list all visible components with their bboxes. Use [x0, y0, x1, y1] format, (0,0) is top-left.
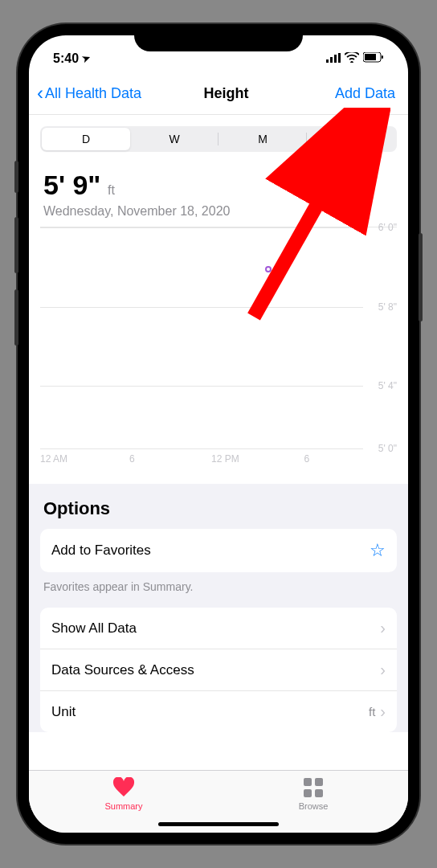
y-tick: 5' 0": [378, 443, 397, 454]
segment-month[interactable]: M: [218, 128, 307, 150]
reading-unit: ft: [108, 183, 115, 197]
cellular-icon: [326, 51, 341, 66]
unit-value: ft: [369, 705, 375, 719]
current-reading: 5' 9" ft Wednesday, November 18, 2020: [29, 160, 408, 222]
add-data-button[interactable]: Add Data: [335, 85, 395, 102]
back-button[interactable]: ‹ All Health Data: [37, 82, 141, 104]
page-title: Height: [204, 85, 249, 102]
x-tick: 12 PM: [211, 453, 239, 465]
tab-label: Summary: [104, 801, 142, 811]
grid-icon: [303, 777, 324, 800]
unit-row[interactable]: Unit ft›: [40, 691, 397, 732]
y-tick: 6' 0": [378, 222, 397, 233]
x-tick: 12 AM: [40, 453, 67, 465]
segment-year[interactable]: Y: [307, 128, 395, 150]
height-chart[interactable]: 6' 0" 5' 8" 5' 4" 5' 0" 12 AM 6 12 PM 6: [40, 227, 397, 468]
row-label: Unit: [51, 704, 76, 720]
location-icon: ➤: [80, 52, 92, 66]
svg-rect-0: [326, 59, 329, 63]
clock: 5:40: [53, 51, 79, 66]
svg-rect-7: [304, 778, 312, 786]
favorites-label: Add to Favorites: [51, 542, 151, 559]
add-to-favorites-row[interactable]: Add to Favorites ☆: [40, 529, 397, 572]
svg-rect-9: [304, 789, 312, 797]
y-tick: 5' 4": [378, 380, 397, 391]
home-indicator[interactable]: [158, 822, 279, 826]
x-tick: 6: [129, 453, 135, 465]
x-tick: 6: [304, 453, 310, 465]
svg-rect-8: [315, 778, 323, 786]
screen: 5:40 ➤ ‹ All Health Data Height: [29, 35, 408, 833]
wifi-icon: [345, 51, 359, 66]
show-all-data-row[interactable]: Show All Data ›: [40, 608, 397, 649]
svg-rect-10: [315, 789, 323, 797]
y-tick: 5' 8": [378, 301, 397, 313]
data-sources-row[interactable]: Data Sources & Access ›: [40, 649, 397, 691]
chevron-right-icon: ›: [380, 619, 386, 637]
svg-rect-3: [338, 53, 341, 63]
options-heading: Options: [40, 498, 397, 519]
phone-frame: 5:40 ➤ ‹ All Health Data Height: [18, 24, 419, 844]
svg-rect-5: [365, 54, 376, 60]
chevron-left-icon: ‹: [37, 82, 43, 104]
options-section: Options Add to Favorites ☆ Favorites app…: [29, 484, 408, 732]
time-range-segmented[interactable]: D W M Y: [40, 126, 397, 152]
notch: [134, 24, 303, 51]
data-point: [265, 266, 272, 272]
svg-rect-6: [382, 55, 383, 59]
star-icon: ☆: [370, 540, 386, 561]
svg-rect-1: [330, 57, 333, 63]
row-label: Show All Data: [51, 620, 137, 637]
tab-label: Browse: [299, 801, 329, 811]
battery-icon: [363, 51, 384, 66]
reading-value: 5' 9": [43, 170, 100, 200]
chevron-right-icon: ›: [380, 661, 386, 679]
reading-date: Wednesday, November 18, 2020: [43, 204, 394, 219]
nav-bar: ‹ All Health Data Height Add Data: [29, 74, 408, 115]
back-label: All Health Data: [45, 85, 141, 102]
segment-week[interactable]: W: [130, 128, 218, 150]
favorites-hint: Favorites appear in Summary.: [40, 572, 397, 608]
svg-rect-2: [334, 55, 337, 63]
row-label: Data Sources & Access: [51, 662, 194, 678]
chevron-right-icon: ›: [380, 702, 386, 721]
heart-icon: [112, 777, 135, 800]
segment-day[interactable]: D: [42, 128, 130, 150]
